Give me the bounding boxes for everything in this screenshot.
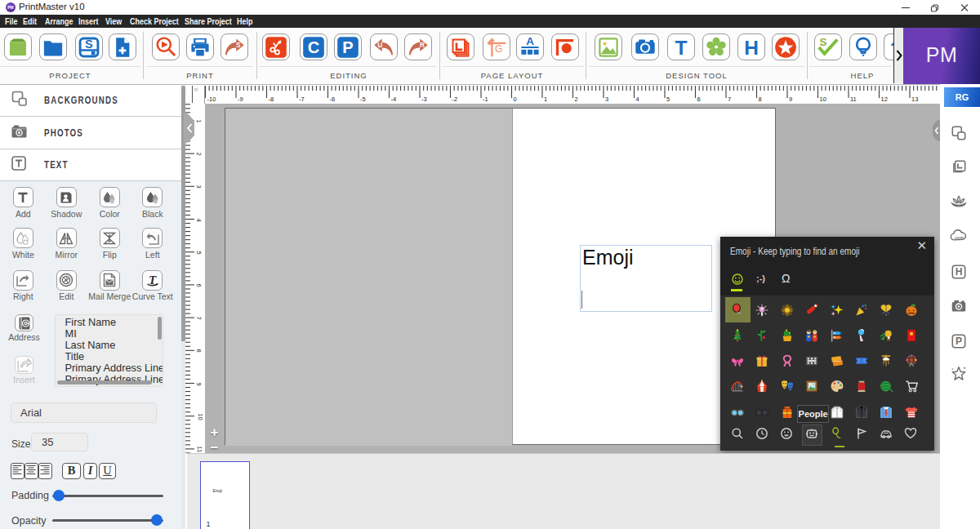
- svg-text:.com: .com: [954, 235, 964, 240]
- svg-text:G: G: [495, 43, 503, 55]
- svg-text:T: T: [675, 36, 687, 58]
- svg-text:C: C: [307, 38, 319, 56]
- svg-text:A: A: [526, 35, 534, 47]
- svg-text:S: S: [84, 37, 92, 50]
- svg-text:T: T: [149, 273, 157, 287]
- svg-text:S: S: [236, 41, 241, 49]
- svg-text:P: P: [342, 38, 353, 56]
- svg-text:R: R: [419, 41, 424, 49]
- svg-text:P: P: [956, 336, 962, 347]
- svg-text:S: S: [819, 36, 826, 48]
- svg-text:U: U: [377, 41, 382, 49]
- svg-text:H: H: [956, 266, 963, 278]
- svg-text:H: H: [744, 36, 759, 58]
